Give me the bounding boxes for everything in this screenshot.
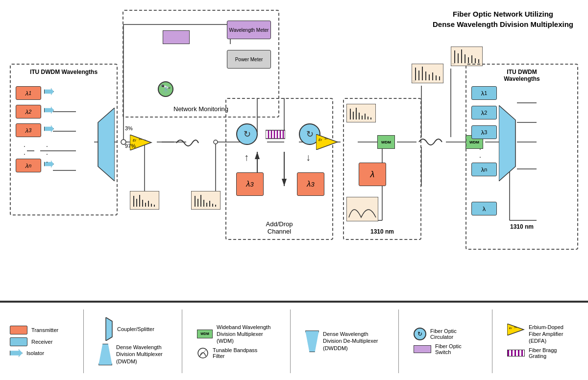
legend-dwdm-label: Dense WavelengthDivision Multiplexer(DWD… bbox=[116, 344, 163, 365]
lambda3-rx: λ3 bbox=[471, 125, 497, 139]
nm-label: Network Monitoring bbox=[173, 105, 228, 113]
optical-tap: 🔭 bbox=[158, 81, 173, 97]
dispcomp1310-1 bbox=[346, 104, 376, 124]
legend-circulator-label: Fiber OpticCirculator bbox=[430, 328, 457, 340]
legend-divider-2 bbox=[182, 309, 182, 373]
lambda3-tx: λ3 bbox=[16, 123, 41, 137]
legend-divider-4 bbox=[398, 309, 399, 373]
drop-arrow: ↓ bbox=[306, 152, 311, 163]
svg-rect-99 bbox=[451, 47, 483, 66]
power-meter: Power Meter bbox=[227, 50, 271, 69]
circulator1: ↻ bbox=[236, 123, 258, 145]
legend-coupler-label: Coupler/Splitter bbox=[117, 326, 154, 332]
legend-edfa-icon: Er 3+ bbox=[507, 324, 525, 335]
legend-wdm-label: Wideband WavelengthDivision Multiplexer(… bbox=[217, 324, 270, 345]
fiber-coil-right bbox=[416, 135, 443, 151]
legend-col-3: WDM Wideband WavelengthDivision Multiple… bbox=[197, 324, 275, 359]
legend-receiver-label: Receiver bbox=[31, 339, 52, 345]
legend-col-4: Dense WavelengthDivision De-Multiplexer(… bbox=[305, 331, 384, 352]
legend-dwddm-icon bbox=[305, 331, 319, 352]
lambdan-rx: λn bbox=[471, 163, 497, 176]
legend-transmitter-label: Transmitter bbox=[31, 327, 58, 333]
legend-switch-label: Fiber OpticSwitch bbox=[435, 343, 462, 355]
legend-switch-item: Fiber OpticSwitch bbox=[414, 343, 477, 355]
legend-bandpass-item: Tunable BandpassFilter bbox=[197, 347, 275, 359]
legend-coupler-icon bbox=[98, 317, 113, 341]
lambda2-rx: λ2 bbox=[471, 106, 497, 119]
isolator1 bbox=[44, 88, 54, 95]
left-itu-label: ITU DWDM Wavelengths bbox=[30, 69, 98, 75]
legend-circulator-item: ↻ Fiber OpticCirculator bbox=[414, 328, 477, 340]
legend-isolator-icon bbox=[10, 349, 23, 357]
wdm-left: WDM bbox=[377, 135, 395, 149]
lambda1-tx: λ1 bbox=[16, 86, 41, 100]
svg-marker-110 bbox=[106, 317, 112, 341]
diagram-area: Fiber Optic Network Utilizing Dense Wave… bbox=[0, 0, 588, 302]
legend-edfa-label: Erbium-DopedFiber Amplifier(EDFA) bbox=[529, 324, 564, 345]
pct97-label: 97% bbox=[125, 143, 136, 149]
legend-col-1: Transmitter Receiver Isolator bbox=[10, 326, 69, 357]
legend-fbg-label: Fiber BraggGrating bbox=[529, 347, 557, 359]
add-drop-box: ↻ ↻ λ3 λ3 ↑ ↓ bbox=[225, 98, 333, 240]
legend-coupler-item: Coupler/Splitter bbox=[98, 317, 167, 341]
svg-text:3+: 3+ bbox=[514, 326, 517, 329]
legend-col-5: ↻ Fiber OpticCirculator Fiber OpticSwitc… bbox=[414, 328, 477, 355]
legend-wdm-icon: WDM bbox=[197, 330, 213, 338]
svg-text:Er: Er bbox=[509, 327, 513, 330]
lambda-1310: λ bbox=[359, 163, 386, 186]
legend-dwddm-item: Dense WavelengthDivision De-Multiplexer(… bbox=[305, 331, 384, 352]
legend-divider-5 bbox=[492, 309, 492, 373]
nm1310-box: λ bbox=[343, 98, 421, 240]
fbg-add-drop bbox=[266, 128, 285, 142]
svg-text:3+: 3+ bbox=[324, 137, 328, 140]
dispcomp1310-2 bbox=[346, 197, 378, 223]
edfa-middle: Er 3+ bbox=[316, 134, 339, 152]
svg-rect-89 bbox=[412, 64, 443, 83]
spectrum-top-right1: ··· bbox=[412, 64, 443, 85]
lambdan-tx: λn bbox=[16, 159, 41, 172]
dots-iso: ··· bbox=[46, 142, 48, 166]
legend-dwddm-label: Dense WavelengthDivision De-Multiplexer(… bbox=[323, 331, 378, 352]
lambda2-tx: λ2 bbox=[16, 105, 41, 119]
svg-point-17 bbox=[214, 140, 218, 144]
fo-switch-nm bbox=[163, 30, 190, 44]
legend-receiver-icon bbox=[10, 337, 27, 346]
isolator2 bbox=[44, 107, 54, 114]
svg-marker-76 bbox=[316, 134, 338, 150]
fiber-coil-left bbox=[174, 136, 199, 152]
legend-fbg-icon bbox=[507, 350, 525, 356]
nm1310-label: 1310 nm bbox=[370, 228, 394, 235]
legend-bandpass-icon bbox=[197, 347, 209, 359]
svg-text:Er: Er bbox=[133, 139, 137, 142]
legend-dwdm-icon bbox=[98, 344, 112, 365]
legend-dwdm-item: Dense WavelengthDivision Multiplexer(DWD… bbox=[98, 344, 167, 365]
svg-text:···: ··· bbox=[452, 62, 455, 66]
legend-col-6: Er 3+ Erbium-DopedFiber Amplifier(EDFA) … bbox=[507, 324, 581, 359]
lambda1-rx: λ1 bbox=[471, 86, 497, 100]
isolatorn bbox=[44, 161, 54, 167]
legend-bandpass-label: Tunable BandpassFilter bbox=[213, 347, 257, 359]
legend-wdm-item: WDM Wideband WavelengthDivision Multiple… bbox=[197, 324, 275, 345]
svg-marker-47 bbox=[98, 108, 115, 181]
isolator3 bbox=[44, 125, 54, 132]
svg-text:···: ··· bbox=[413, 79, 416, 83]
lambda-1310-rx: λ bbox=[471, 202, 497, 215]
svg-rect-88 bbox=[346, 197, 378, 221]
legend-divider-3 bbox=[290, 309, 291, 373]
legend-receiver-item: Receiver bbox=[10, 337, 69, 346]
svg-text:3+: 3+ bbox=[139, 138, 142, 141]
right-itu-box: ITU DWDMWavelengths λ1 λ2 λ3 ··· λn λ 13… bbox=[466, 64, 578, 250]
legend-circulator-icon: ↻ bbox=[414, 328, 426, 340]
legend-area: Transmitter Receiver Isolator Coupler/Sp… bbox=[0, 302, 588, 380]
diagram-title: Fiber Optic Network Utilizing Dense Wave… bbox=[433, 9, 573, 29]
legend-col-2: Coupler/Splitter Dense WavelengthDivisio… bbox=[98, 317, 167, 365]
right-1310-label: 1310 nm bbox=[510, 223, 534, 230]
add-arrow: ↑ bbox=[244, 152, 249, 163]
main-container: Fiber Optic Network Utilizing Dense Wave… bbox=[0, 0, 588, 380]
legend-fbg-item: Fiber BraggGrating bbox=[507, 347, 581, 359]
legend-divider-1 bbox=[83, 309, 84, 373]
legend-edfa-item: Er 3+ Erbium-DopedFiber Amplifier(EDFA) bbox=[507, 324, 581, 345]
legend-isolator-label: Isolator bbox=[26, 350, 44, 356]
legend-isolator-item: Isolator bbox=[10, 349, 69, 357]
svg-text:Er: Er bbox=[318, 138, 322, 142]
